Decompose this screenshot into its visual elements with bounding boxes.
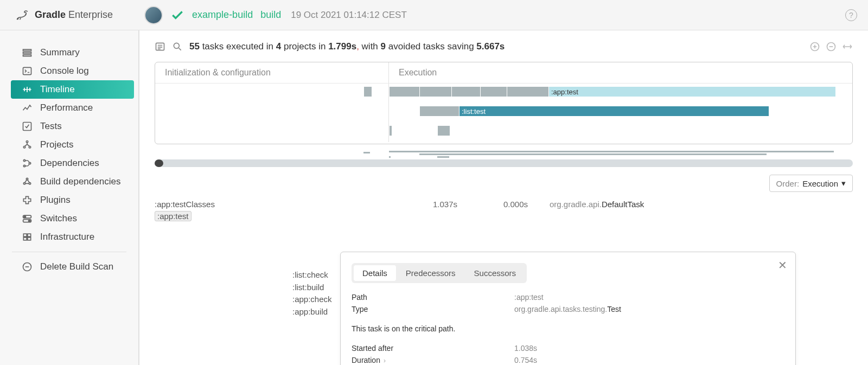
init-phase-label: Initialization & configuration	[155, 62, 388, 83]
task-time-2: 0.000s	[479, 200, 550, 209]
tab-predecessors[interactable]: Predecessors	[397, 265, 464, 281]
svg-point-6	[23, 146, 25, 148]
detail-tabs: Details Predecessors Successors	[352, 263, 527, 283]
performance-icon	[22, 103, 33, 113]
exec-phase-label: Execution	[388, 62, 852, 83]
svg-point-12	[23, 183, 25, 184]
sidebar-item-performance[interactable]: Performance	[11, 99, 134, 117]
detail-started-value: 1.038s	[514, 344, 784, 353]
summary-text: 55 tasks executed in 4 projects in 1.799…	[189, 41, 505, 52]
gradle-elephant-icon	[15, 9, 29, 21]
svg-point-15	[24, 216, 25, 217]
sidebar-item-switches[interactable]: Switches	[11, 209, 134, 228]
detail-path-label: Path	[352, 293, 514, 302]
svg-rect-0	[23, 49, 31, 51]
detail-type-label: Type	[352, 305, 514, 313]
task-row[interactable]: :list:build	[292, 281, 332, 294]
svg-point-5	[26, 141, 28, 143]
projects-icon	[22, 139, 33, 150]
svg-point-17	[29, 220, 30, 222]
task-detail-panel: ✕ Details Predecessors Successors Path :…	[340, 252, 796, 365]
infrastructure-icon	[22, 232, 33, 242]
detail-duration-value: 0.754s	[514, 356, 784, 364]
console-icon	[22, 66, 33, 76]
summary-bar: 55 tasks executed in 4 projects in 1.799…	[139, 30, 868, 62]
detail-path-value: :app:test	[514, 293, 784, 302]
build-timestamp: 19 Oct 2021 01:14:12 CEST	[291, 10, 407, 21]
svg-rect-18	[23, 234, 27, 236]
search-icon[interactable]	[172, 41, 183, 52]
sidebar-divider	[12, 252, 126, 252]
tab-details[interactable]: Details	[354, 265, 396, 281]
sidebar-item-label: Dependencies	[40, 158, 99, 169]
zoom-out-icon[interactable]	[826, 41, 837, 52]
critical-path-note: This task is on the critical path.	[352, 324, 784, 333]
sidebar-item-build-dependencies[interactable]: Build dependencies	[11, 172, 134, 191]
timeline-bar-app-test[interactable]: :app:test	[549, 87, 835, 97]
sidebar-item-label: Tests	[40, 121, 62, 132]
sidebar-item-plugins[interactable]: Plugins	[11, 191, 134, 209]
task-row-selected[interactable]: :app:test	[139, 210, 868, 222]
svg-point-24	[174, 43, 179, 48]
summary-icon	[22, 47, 33, 58]
timeline-tools	[809, 41, 853, 52]
sidebar-item-label: Infrastructure	[40, 232, 94, 242]
svg-point-9	[23, 165, 25, 167]
task-type: org.gradle.api.DefaultTask	[550, 200, 868, 209]
help-icon[interactable]: ?	[845, 9, 857, 21]
svg-point-11	[26, 178, 28, 180]
timeline-minimap[interactable]	[155, 150, 853, 157]
zoom-in-icon[interactable]	[809, 41, 820, 52]
delete-icon	[22, 261, 33, 272]
detail-started-label: Started after	[352, 344, 514, 353]
check-icon	[170, 8, 184, 22]
avatar[interactable]	[144, 6, 163, 24]
sidebar-item-infrastructure[interactable]: Infrastructure	[11, 228, 134, 246]
order-value: Execution	[802, 179, 838, 188]
close-icon[interactable]: ✕	[776, 259, 789, 272]
sidebar-item-delete[interactable]: Delete Build Scan	[11, 258, 134, 276]
task-path: :app:test	[155, 211, 192, 221]
sidebar-item-console[interactable]: Console log	[11, 62, 134, 80]
build-meta: example-build build 19 Oct 2021 01:14:12…	[144, 6, 407, 24]
main-content: 55 tasks executed in 4 projects in 1.799…	[139, 30, 868, 365]
timeline-body[interactable]: :app:test :list:test	[155, 84, 852, 142]
sidebar-item-summary[interactable]: Summary	[11, 43, 134, 62]
sidebar-item-label: Console log	[40, 66, 89, 76]
sidebar-item-label: Delete Build Scan	[40, 261, 113, 272]
sidebar-item-label: Summary	[40, 47, 80, 58]
sidebar-item-label: Projects	[40, 139, 73, 150]
tab-successors[interactable]: Successors	[465, 265, 525, 281]
list-view-icon[interactable]	[155, 41, 165, 52]
timeline-scrollbar[interactable]	[155, 159, 853, 167]
task-row[interactable]: :app:build	[292, 306, 332, 318]
task-row[interactable]: :app:testClasses 1.037s 0.000s org.gradl…	[139, 198, 868, 210]
build-name[interactable]: example-build	[192, 9, 253, 21]
order-select[interactable]: Order: Execution ▾	[769, 175, 853, 192]
sidebar-item-dependencies[interactable]: Dependencies	[11, 154, 134, 172]
fit-icon[interactable]	[842, 41, 853, 52]
task-row[interactable]: :app:check	[292, 293, 332, 306]
detail-duration-label: Duration›	[352, 356, 514, 364]
chevron-right-icon[interactable]: ›	[384, 357, 386, 364]
scrollbar-thumb[interactable]	[155, 159, 163, 167]
task-time-1: 1.037s	[409, 200, 479, 209]
build-type[interactable]: build	[260, 9, 281, 21]
sidebar: Summary Console log Timeline Performance…	[0, 30, 139, 365]
svg-rect-20	[23, 238, 27, 240]
svg-rect-2	[23, 55, 31, 56]
sidebar-item-projects[interactable]: Projects	[11, 136, 134, 154]
svg-rect-19	[28, 234, 31, 236]
logo[interactable]: Gradle Enterprise	[15, 9, 113, 21]
svg-rect-3	[23, 67, 31, 74]
sidebar-item-tests[interactable]: Tests	[11, 117, 134, 136]
timeline-bar-list-test[interactable]: :list:test	[459, 106, 769, 116]
order-label: Order:	[776, 179, 800, 188]
topbar: Gradle Enterprise example-build build 19…	[0, 0, 868, 30]
detail-type-value: org.gradle.api.tasks.testing.Test	[514, 305, 784, 313]
sidebar-item-label: Switches	[40, 213, 77, 224]
sidebar-item-timeline[interactable]: Timeline	[11, 80, 134, 99]
task-row[interactable]: :list:check	[292, 269, 332, 281]
brand-name: Gradle	[35, 9, 66, 20]
timeline-chart[interactable]: Initialization & configuration Execution…	[155, 62, 853, 144]
